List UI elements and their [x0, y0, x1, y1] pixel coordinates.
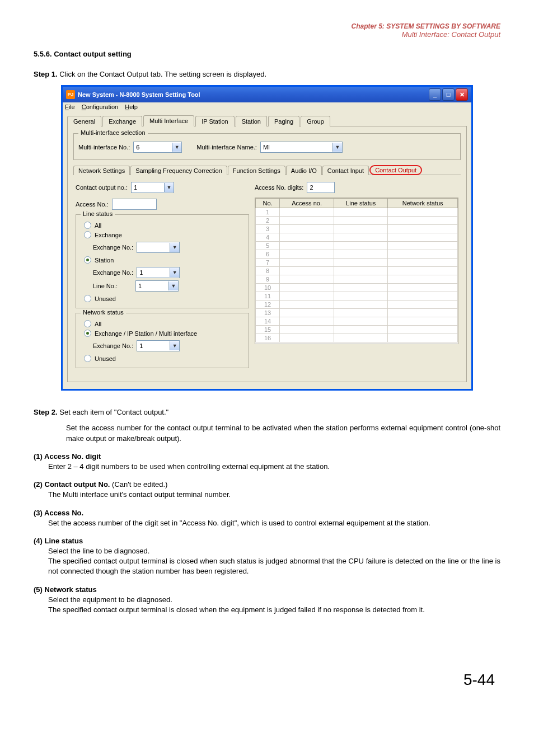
maximize-button[interactable]: □	[442, 88, 455, 101]
output-grid[interactable]: No. Access no. Line status Network statu…	[255, 198, 458, 344]
grid-cell-access-no[interactable]	[280, 334, 334, 342]
contact-output-no-dropdown[interactable]: ▼	[131, 182, 174, 193]
grid-cell-network-status[interactable]	[388, 267, 458, 275]
table-row[interactable]: 7	[256, 259, 458, 267]
tab-exchange[interactable]: Exchange	[102, 116, 142, 126]
line-exchange-no-dropdown[interactable]: ▼	[137, 242, 180, 253]
grid-cell-access-no[interactable]	[280, 300, 334, 309]
grid-cell-access-no[interactable]	[280, 292, 334, 300]
grid-cell-network-status[interactable]	[388, 233, 458, 242]
grid-cell-access-no[interactable]	[280, 233, 334, 242]
table-row[interactable]: 8	[256, 267, 458, 275]
access-no-input[interactable]	[112, 199, 157, 210]
table-row[interactable]: 11	[256, 292, 458, 300]
grid-cell-access-no[interactable]	[280, 284, 334, 292]
station-exchange-no-dropdown[interactable]: ▼	[137, 267, 180, 278]
subtab-network-settings[interactable]: Network Settings	[73, 166, 130, 175]
grid-cell-line-status[interactable]	[334, 250, 388, 259]
grid-cell-line-status[interactable]	[334, 292, 388, 300]
subtab-contact-output[interactable]: Contact Output	[369, 165, 422, 175]
mi-name-input[interactable]	[261, 143, 332, 152]
menu-help[interactable]: Help	[125, 104, 138, 110]
subtab-contact-input[interactable]: Contact Input	[322, 166, 369, 175]
grid-header-no[interactable]: No.	[256, 199, 280, 208]
subtab-sampling-frequency[interactable]: Sampling Frequency Correction	[130, 166, 227, 175]
line-status-exchange-option[interactable]: Exchange	[81, 230, 244, 240]
grid-cell-access-no[interactable]	[280, 309, 334, 317]
table-row[interactable]: 14	[256, 317, 458, 326]
grid-cell-network-status[interactable]	[388, 242, 458, 250]
network-status-unused-option[interactable]: Unused	[81, 354, 244, 363]
mi-name-dropdown[interactable]: ▼	[260, 142, 343, 153]
grid-cell-network-status[interactable]	[388, 284, 458, 292]
grid-cell-line-status[interactable]	[334, 275, 388, 284]
tab-station[interactable]: Station	[236, 116, 267, 126]
grid-cell-network-status[interactable]	[388, 300, 458, 309]
grid-cell-line-status[interactable]	[334, 259, 388, 267]
grid-cell-line-status[interactable]	[334, 242, 388, 250]
grid-cell-access-no[interactable]	[280, 242, 334, 250]
minimize-button[interactable]: _	[429, 88, 441, 101]
grid-cell-line-status[interactable]	[334, 233, 388, 242]
grid-cell-network-status[interactable]	[388, 208, 458, 217]
table-row[interactable]: 5	[256, 242, 458, 250]
table-row[interactable]: 15	[256, 326, 458, 334]
table-row[interactable]: 1	[256, 208, 458, 217]
grid-cell-network-status[interactable]	[388, 326, 458, 334]
grid-cell-line-status[interactable]	[334, 334, 388, 342]
network-status-all-option[interactable]: All	[81, 319, 244, 328]
line-status-all-option[interactable]: All	[81, 220, 244, 230]
subtab-function-settings[interactable]: Function Settings	[228, 166, 285, 175]
subtab-audio-io[interactable]: Audio I/O	[286, 166, 322, 175]
mi-no-input[interactable]	[134, 143, 172, 152]
table-row[interactable]: 9	[256, 275, 458, 284]
table-row[interactable]: 6	[256, 250, 458, 259]
table-row[interactable]: 10	[256, 284, 458, 292]
close-button[interactable]: ✕	[456, 88, 468, 101]
table-row[interactable]: 4	[256, 233, 458, 242]
grid-cell-line-status[interactable]	[334, 225, 388, 233]
tab-multi-interface[interactable]: Multi Interface	[143, 115, 194, 126]
grid-cell-access-no[interactable]	[280, 326, 334, 334]
line-no-input[interactable]	[136, 281, 168, 290]
grid-cell-network-status[interactable]	[388, 317, 458, 326]
grid-cell-access-no[interactable]	[280, 275, 334, 284]
grid-cell-network-status[interactable]	[388, 334, 458, 342]
grid-cell-access-no[interactable]	[280, 267, 334, 275]
table-row[interactable]: 3	[256, 225, 458, 233]
grid-cell-access-no[interactable]	[280, 259, 334, 267]
line-exchange-no-input[interactable]	[137, 243, 170, 252]
table-row[interactable]: 16	[256, 334, 458, 342]
grid-cell-access-no[interactable]	[280, 225, 334, 233]
tab-ip-station[interactable]: IP Station	[195, 116, 235, 126]
grid-cell-access-no[interactable]	[280, 217, 334, 225]
menu-configuration[interactable]: Configuration	[82, 104, 118, 110]
grid-cell-line-status[interactable]	[334, 208, 388, 217]
grid-cell-line-status[interactable]	[334, 284, 388, 292]
network-status-exchange-ip-option[interactable]: Exchange / IP Station / Multi interface	[81, 328, 244, 338]
table-row[interactable]: 12	[256, 300, 458, 309]
tab-general[interactable]: General	[67, 116, 101, 126]
tab-group[interactable]: Group	[301, 116, 330, 126]
grid-cell-line-status[interactable]	[334, 326, 388, 334]
grid-header-access-no[interactable]: Access no.	[280, 199, 334, 208]
line-no-dropdown[interactable]: ▼	[135, 280, 179, 292]
grid-cell-access-no[interactable]	[280, 317, 334, 326]
tab-paging[interactable]: Paging	[268, 116, 299, 126]
table-row[interactable]: 13	[256, 309, 458, 317]
grid-cell-line-status[interactable]	[334, 217, 388, 225]
network-exchange-no-input[interactable]	[137, 341, 170, 350]
grid-cell-network-status[interactable]	[388, 275, 458, 284]
line-status-unused-option[interactable]: Unused	[81, 294, 244, 303]
grid-header-network-status[interactable]: Network status	[388, 199, 458, 208]
access-digits-input[interactable]	[307, 182, 335, 193]
grid-cell-access-no[interactable]	[280, 208, 334, 217]
table-row[interactable]: 2	[256, 217, 458, 225]
contact-output-no-input[interactable]	[132, 183, 164, 192]
network-exchange-no-dropdown[interactable]: ▼	[137, 340, 180, 351]
grid-cell-network-status[interactable]	[388, 250, 458, 259]
grid-header-line-status[interactable]: Line status	[334, 199, 388, 208]
grid-cell-network-status[interactable]	[388, 225, 458, 233]
grid-cell-line-status[interactable]	[334, 300, 388, 309]
line-status-station-option[interactable]: Station	[81, 255, 244, 265]
